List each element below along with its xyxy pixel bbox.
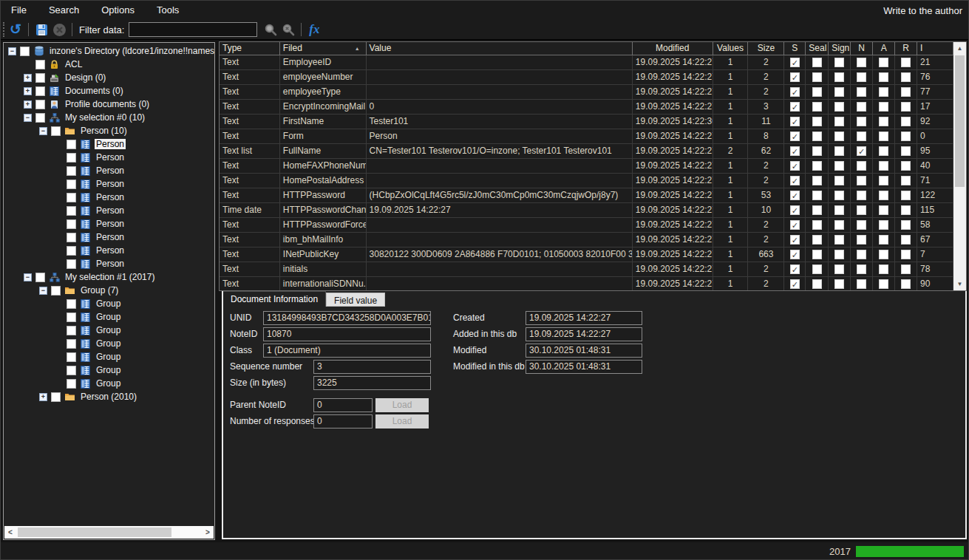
menu-search[interactable]: Search (38, 1, 90, 20)
sign-checkbox[interactable] (834, 235, 844, 245)
seal-checkbox[interactable] (812, 161, 822, 171)
sign-checkbox[interactable] (834, 176, 844, 185)
tree-item[interactable]: Person (4, 164, 214, 177)
tree-item-checkbox[interactable] (67, 140, 76, 149)
tree-item[interactable]: Person (4, 191, 214, 204)
created-field[interactable]: 19.09.2025 14:22:27 (526, 311, 642, 325)
tree-item-checkbox[interactable] (67, 166, 76, 176)
r-checkbox[interactable] (901, 132, 911, 141)
tree-item-checkbox[interactable] (67, 326, 76, 335)
search-button[interactable] (262, 21, 279, 38)
tree-item[interactable]: −My selection #0 (10) (4, 111, 214, 124)
seal-checkbox[interactable] (812, 117, 822, 126)
n-checkbox[interactable] (857, 132, 866, 141)
a-checkbox[interactable] (879, 205, 888, 215)
s-checkbox[interactable]: ✓ (790, 58, 800, 67)
field-row[interactable]: TextEncryptIncomingMail019.09.2025 14:22… (220, 100, 953, 115)
seal-checkbox[interactable] (812, 279, 822, 289)
column-header-i[interactable]: I (917, 42, 953, 55)
tree-item[interactable]: Group (4, 324, 214, 337)
n-checkbox[interactable] (857, 220, 866, 230)
r-checkbox[interactable] (901, 87, 911, 97)
s-checkbox[interactable]: ✓ (790, 264, 800, 274)
tree-item-checkbox[interactable] (35, 100, 45, 109)
expand-icon[interactable]: + (24, 100, 32, 109)
menu-options[interactable]: Options (90, 1, 146, 20)
sign-checkbox[interactable] (834, 72, 844, 82)
tree-item-checkbox[interactable] (35, 113, 45, 123)
menu-tools[interactable]: Tools (146, 1, 190, 20)
sign-checkbox[interactable] (834, 205, 844, 215)
modified-field[interactable]: 30.10.2025 01:48:31 (526, 344, 642, 358)
class-field[interactable]: 1 (Document) (263, 344, 431, 358)
seal-checkbox[interactable] (812, 87, 822, 97)
a-checkbox[interactable] (879, 132, 888, 141)
column-header-value[interactable]: Value (367, 42, 633, 55)
parent-noteid-field[interactable]: 0 (313, 398, 373, 412)
column-header-r[interactable]: R (895, 42, 917, 55)
field-row[interactable]: Textibm_bhMailInfo19.09.2025 14:22:2712✓… (220, 233, 953, 247)
column-header-seal[interactable]: Seal (806, 42, 829, 55)
sign-checkbox[interactable] (834, 102, 844, 112)
s-checkbox[interactable]: ✓ (790, 102, 800, 112)
n-checkbox[interactable] (857, 205, 866, 215)
scroll-up-icon[interactable]: ▲ (953, 42, 966, 55)
tree-item[interactable]: +Person (2010) (4, 390, 214, 403)
tree-item-checkbox[interactable] (67, 313, 76, 322)
r-checkbox[interactable] (901, 279, 911, 289)
number-of-responses-field[interactable]: 0 (313, 414, 373, 428)
n-checkbox[interactable] (857, 87, 866, 97)
n-checkbox[interactable] (857, 279, 866, 289)
column-header-sign[interactable]: Sign (829, 42, 851, 55)
a-checkbox[interactable] (879, 161, 888, 171)
collapse-icon[interactable]: − (24, 273, 32, 281)
tree-item-checkbox[interactable] (51, 392, 61, 402)
a-checkbox[interactable] (879, 102, 888, 112)
tree-item-checkbox[interactable] (67, 180, 76, 189)
field-row[interactable]: TextemployeeNumber19.09.2025 14:22:2712✓… (220, 70, 953, 85)
a-checkbox[interactable] (879, 58, 888, 67)
clear-search-button[interactable] (279, 21, 297, 38)
tree-item-checkbox[interactable] (35, 86, 45, 96)
sign-checkbox[interactable] (834, 279, 844, 289)
tree-item[interactable]: ACL (4, 58, 214, 71)
tree-item-checkbox[interactable] (67, 193, 76, 202)
column-header-type[interactable]: Type (220, 42, 280, 55)
seal-checkbox[interactable] (812, 220, 822, 230)
s-checkbox[interactable]: ✓ (790, 220, 800, 230)
r-checkbox[interactable] (901, 264, 911, 274)
r-checkbox[interactable] (901, 176, 911, 185)
n-checkbox[interactable] (857, 117, 866, 126)
tree-item[interactable]: Person (4, 151, 214, 164)
tab-document-information[interactable]: Document Information (223, 291, 326, 307)
tree-item[interactable]: −My selection #1 (2017) (4, 270, 214, 284)
tree-item[interactable]: Person (4, 231, 214, 244)
filter-input[interactable] (129, 22, 257, 37)
s-checkbox[interactable]: ✓ (790, 235, 800, 245)
column-header-a[interactable]: A (873, 42, 895, 55)
field-row[interactable]: Time dateHTTPPasswordChan...19.09.2025 1… (220, 203, 953, 218)
column-header-n[interactable]: N (851, 42, 873, 55)
field-row[interactable]: TextEmployeeID19.09.2025 14:22:2712✓21 (220, 55, 953, 70)
a-checkbox[interactable] (879, 191, 888, 200)
a-checkbox[interactable] (879, 117, 888, 126)
r-checkbox[interactable] (901, 72, 911, 82)
sign-checkbox[interactable] (834, 264, 844, 274)
n-checkbox[interactable] (857, 264, 866, 274)
r-checkbox[interactable] (901, 117, 911, 126)
s-checkbox[interactable]: ✓ (790, 87, 800, 97)
tree-item-checkbox[interactable] (35, 73, 45, 83)
tree-item-checkbox[interactable] (67, 153, 76, 163)
a-checkbox[interactable] (879, 279, 888, 289)
tree-item-checkbox[interactable] (67, 246, 76, 256)
field-row[interactable]: TextHTTPPassword(HCbpZxOlCqLft4G5rc5l/zJ… (220, 188, 953, 203)
field-row[interactable]: Text listFullNameCN=Tester101 Testerov10… (220, 144, 953, 159)
tree-item[interactable]: −Person (10) (4, 124, 214, 137)
r-checkbox[interactable] (901, 58, 911, 67)
field-row[interactable]: TextHomePostalAddress19.09.2025 14:22:27… (220, 174, 953, 188)
sign-checkbox[interactable] (834, 161, 844, 171)
scrollbar-thumb[interactable] (18, 527, 171, 537)
a-checkbox[interactable] (879, 235, 888, 245)
r-checkbox[interactable] (901, 235, 911, 245)
a-checkbox[interactable] (879, 176, 888, 185)
